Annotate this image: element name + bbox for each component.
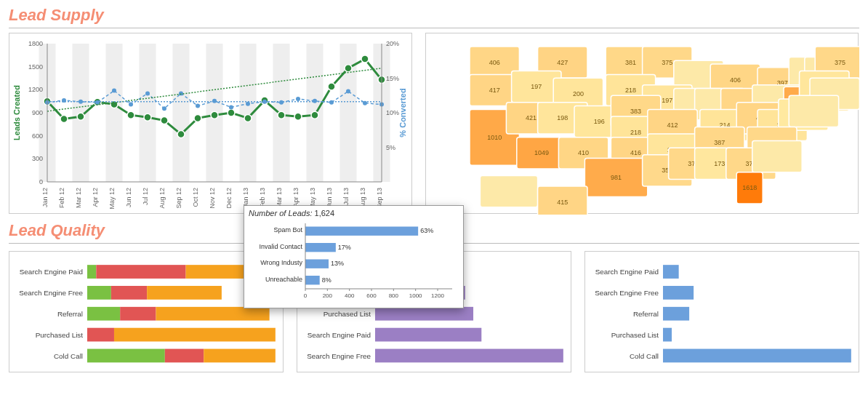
svg-text:Spam Bot: Spam Bot [273, 226, 302, 234]
svg-text:1200: 1200 [431, 292, 444, 299]
chart-leads-timeseries[interactable]: 03006009001200150018005%10%15%20%Jan 12F… [9, 33, 413, 215]
svg-text:416: 416 [630, 149, 641, 156]
svg-text:427: 427 [557, 59, 568, 66]
svg-point-77 [229, 105, 233, 109]
svg-text:Nov 12: Nov 12 [209, 188, 216, 209]
svg-text:1000: 1000 [409, 292, 422, 299]
svg-text:197: 197 [662, 97, 672, 104]
svg-text:20%: 20% [386, 40, 399, 47]
svg-point-83 [329, 100, 334, 105]
svg-text:Leads Created: Leads Created [12, 85, 21, 140]
svg-rect-191 [87, 307, 120, 321]
svg-text:Referral: Referral [57, 310, 83, 318]
svg-point-47 [77, 113, 84, 120]
svg-text:15%: 15% [386, 75, 399, 82]
svg-text:0: 0 [304, 292, 308, 299]
svg-point-69 [95, 100, 100, 105]
panel-quality-right: Search Engine PaidSearch Engine FreeRefe… [584, 251, 859, 372]
svg-rect-2 [106, 44, 123, 182]
svg-point-76 [212, 99, 217, 103]
chart-us-map[interactable]: 4064273813754063973754171972002181973979… [426, 33, 859, 215]
svg-text:1618: 1618 [742, 184, 757, 191]
svg-text:May 12: May 12 [108, 188, 116, 210]
svg-text:Dec 12: Dec 12 [225, 188, 233, 209]
svg-point-70 [112, 89, 116, 93]
tooltip-value: 1,624 [315, 209, 335, 218]
svg-rect-183 [87, 265, 96, 279]
svg-text:406: 406 [730, 76, 741, 84]
svg-text:Jun 12: Jun 12 [125, 188, 132, 207]
svg-rect-179 [480, 176, 537, 207]
svg-text:Jun 13: Jun 13 [326, 188, 333, 207]
svg-text:200: 200 [323, 292, 333, 299]
svg-text:Purchased List: Purchased List [324, 310, 371, 318]
chart-quality-right[interactable]: Search Engine PaidSearch Engine FreeRefe… [585, 252, 859, 372]
svg-text:381: 381 [625, 59, 636, 66]
svg-point-54 [194, 114, 201, 121]
svg-point-71 [129, 103, 133, 107]
svg-text:5%: 5% [386, 144, 395, 151]
svg-text:Search Engine Paid: Search Engine Paid [595, 268, 659, 276]
svg-point-80 [279, 100, 284, 105]
svg-text:800: 800 [389, 292, 399, 299]
svg-rect-228 [305, 260, 329, 268]
svg-rect-210 [375, 349, 563, 363]
svg-rect-196 [114, 328, 276, 342]
svg-point-46 [60, 115, 68, 122]
svg-text:Apr 13: Apr 13 [292, 188, 300, 207]
svg-point-63 [345, 65, 352, 72]
svg-text:300: 300 [32, 155, 43, 162]
svg-text:Jul 12: Jul 12 [142, 188, 149, 205]
svg-text:1010: 1010 [487, 134, 502, 141]
svg-rect-208 [375, 328, 481, 342]
svg-point-59 [278, 111, 285, 119]
svg-text:0: 0 [39, 178, 43, 185]
svg-text:410: 410 [578, 149, 589, 156]
svg-text:Purchased List: Purchased List [611, 331, 659, 339]
divider [9, 28, 859, 28]
chart-quality-stacked[interactable]: Search Engine PaidSearch Engine FreeRefe… [9, 252, 283, 372]
svg-point-50 [127, 111, 134, 119]
svg-point-52 [161, 117, 168, 124]
svg-point-60 [294, 113, 302, 120]
svg-rect-188 [111, 286, 147, 300]
svg-rect-184 [96, 265, 185, 279]
chart-tooltip-bars: Spam Bot63%Invalid Contact17%Wrong Indus… [249, 218, 459, 305]
svg-text:421: 421 [526, 114, 537, 121]
svg-rect-231 [305, 276, 320, 284]
svg-text:Jan 13: Jan 13 [242, 188, 249, 207]
svg-text:600: 600 [366, 292, 377, 299]
svg-text:Jul 13: Jul 13 [342, 188, 350, 205]
svg-rect-4 [173, 44, 190, 182]
svg-text:417: 417 [489, 87, 500, 94]
panel-us-map: 4064273813754063973754171972002181973979… [425, 33, 859, 214]
svg-rect-214 [663, 286, 694, 300]
supply-row: 03006009001200150018005%10%15%20%Jan 12F… [9, 33, 859, 214]
svg-rect-206 [375, 307, 473, 321]
svg-rect-218 [663, 328, 672, 342]
svg-text:375: 375 [835, 59, 845, 66]
svg-text:Unreachable: Unreachable [265, 276, 302, 283]
svg-rect-187 [87, 286, 111, 300]
svg-text:Referral: Referral [633, 310, 659, 318]
panel-quality-stacked: Search Engine PaidSearch Engine FreeRefe… [9, 251, 284, 372]
svg-text:375: 375 [662, 59, 672, 66]
svg-text:1500: 1500 [28, 63, 43, 71]
tooltip-title: Number of Leads: 1,624 [249, 209, 459, 218]
svg-rect-225 [305, 243, 336, 252]
panel-leads-timeseries: 03006009001200150018005%10%15%20%Jan 12F… [9, 33, 412, 214]
svg-point-62 [328, 83, 335, 90]
svg-rect-189 [147, 286, 222, 300]
svg-point-61 [311, 111, 318, 119]
svg-text:13%: 13% [331, 260, 344, 267]
svg-text:Sep 12: Sep 12 [175, 188, 182, 209]
svg-text:196: 196 [594, 118, 605, 125]
svg-rect-220 [663, 349, 851, 363]
svg-point-72 [145, 91, 150, 95]
svg-text:8%: 8% [322, 276, 331, 284]
svg-text:Jan 12: Jan 12 [41, 188, 49, 207]
svg-text:Search Engine Free: Search Engine Free [307, 352, 371, 360]
svg-point-56 [228, 109, 235, 116]
svg-text:383: 383 [630, 108, 641, 115]
tooltip-popup: Number of Leads: 1,624 Spam Bot63%Invali… [244, 205, 464, 308]
